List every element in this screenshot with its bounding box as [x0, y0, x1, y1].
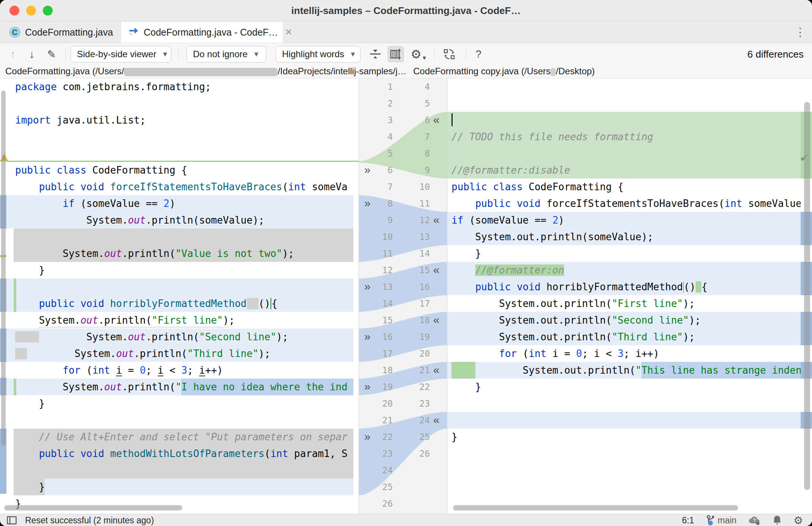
code-text: System.out.println("Value is not two"); [6, 245, 353, 262]
left-line-number: 11 [359, 245, 393, 262]
synchronize-scrolling-toggle[interactable] [387, 46, 404, 63]
redacted-username [550, 68, 556, 76]
highlight-mode-select[interactable]: Highlight words ▼ [276, 46, 361, 63]
code-line: System.out.println("This line has strang… [447, 362, 801, 379]
code-line: System.out.println("Second line"); [447, 312, 801, 329]
left-line-number: 12 [359, 262, 393, 279]
code-text: // Use Alt+Enter and select "Put paramet… [6, 429, 353, 445]
left-file-path: CodeFormatting.java (/Users//IdeaProject… [5, 65, 407, 78]
apply-change-left-icon[interactable]: « [430, 362, 443, 379]
code-line: if (someValue == 2) [6, 195, 353, 212]
code-line: public class CodeFormatting { [6, 162, 353, 178]
apply-change-right-icon[interactable]: » [361, 429, 374, 445]
code-text: public class CodeFormatting { [447, 178, 801, 195]
code-line: System.out.println("Third line"); [6, 345, 353, 362]
right-line-number: 19 [397, 329, 430, 345]
tab-diff-codeformatting[interactable]: CodeFormatting.java - CodeF… ✕ [121, 22, 284, 43]
code-line [447, 395, 801, 412]
apply-change-left-icon[interactable]: « [430, 412, 443, 429]
differences-count: 6 differences [748, 43, 804, 65]
viewer-mode-select[interactable]: Side-by-side viewer ▼ [71, 46, 171, 63]
code-text: package com.jetbrains.formatting; [6, 78, 353, 95]
close-tab-icon[interactable]: ✕ [285, 27, 292, 38]
left-line-number: 10 [359, 229, 393, 245]
code-line: } [447, 429, 801, 445]
code-text: // TODO this file needs formatting [447, 128, 801, 145]
diff-toolbar: ↑ ↓ ✎ Side-by-side viewer ▼ Do not ignor… [0, 43, 812, 65]
right-line-number: 13 [397, 229, 430, 245]
left-line-number: 20 [359, 395, 393, 412]
apply-change-left-icon[interactable]: « [430, 312, 443, 329]
redacted-username [124, 68, 277, 76]
code-line: System.out.println(someValue); [447, 229, 801, 245]
code-text: public void horriblyFormattedMethod (){ [6, 295, 353, 312]
word-diff-highlight [14, 279, 16, 295]
apply-change-left-icon[interactable]: « [430, 212, 443, 229]
java-class-icon: C [9, 27, 20, 38]
edit-pencil-icon[interactable]: ✎ [44, 43, 59, 65]
code-line [6, 279, 353, 295]
diff-settings-gear-icon[interactable]: ⚙▼ [410, 43, 428, 65]
apply-change-right-icon[interactable]: » [361, 329, 374, 345]
viewer-mode-value: Side-by-side viewer [77, 49, 156, 59]
cloud-help-icon[interactable]: ? [748, 515, 761, 525]
tab-options-kebab-icon[interactable]: ⋮ [795, 25, 806, 39]
left-line-number: 3 [359, 112, 393, 128]
code-line [6, 229, 353, 245]
apply-change-right-icon[interactable]: » [361, 195, 374, 212]
tab-codeformatting-java[interactable]: C CodeFormatting.java ✕ [2, 22, 120, 43]
code-text: System.out.println("First line"); [6, 312, 353, 329]
right-line-number: 7 [397, 128, 430, 145]
code-line: for (int i = 0; i < 3; i++) [6, 362, 353, 379]
apply-change-left-icon[interactable]: « [430, 112, 443, 128]
ide-window: intellij-samples – CodeFormatting.java -… [0, 0, 812, 526]
code-line: public void horriblyFormattedMethod (){ [6, 295, 353, 312]
right-vertical-scrollbar[interactable] [804, 102, 810, 490]
swap-sides-icon[interactable] [440, 43, 458, 65]
code-text: } [6, 479, 353, 495]
right-line-number: 16 [397, 279, 430, 295]
left-vertical-scrollbar[interactable] [1, 91, 6, 446]
help-icon[interactable]: ? [470, 43, 487, 65]
code-line: System.out.println("Second line"); [6, 329, 353, 345]
tool-window-layout-icon[interactable] [7, 516, 17, 524]
code-line: } [6, 262, 353, 279]
collapse-unchanged-icon[interactable] [367, 43, 384, 65]
code-line [447, 412, 801, 429]
right-line-number: 10 [397, 178, 430, 195]
right-editor-pane[interactable]: // TODO this file needs formatting//@for… [447, 78, 801, 514]
code-line: //@formatter:on [447, 262, 801, 279]
code-line [6, 462, 353, 479]
code-text: //@formatter:on [447, 262, 801, 279]
left-line-number: 23 [359, 445, 393, 462]
left-editor-pane[interactable]: package com.jetbrains.formatting;import … [0, 78, 359, 514]
code-line: for (int i = 0; i < 3; i++) [447, 345, 801, 362]
next-difference-icon[interactable]: ↓ [24, 43, 39, 65]
code-line: System.out.println(someValue); [6, 212, 353, 229]
notifications-bell-icon[interactable] [772, 515, 782, 526]
right-line-number: 21 [397, 362, 430, 379]
code-text: for (int i = 0; i < 3; i++) [6, 362, 353, 379]
whitespace-ignore-select[interactable]: Do not ignore ▼ [187, 46, 266, 63]
previous-difference-icon[interactable]: ↑ [5, 43, 20, 65]
apply-change-left-icon[interactable]: « [430, 262, 443, 279]
left-horizontal-scrollbar[interactable] [4, 505, 182, 510]
chevron-down-icon: ▼ [161, 50, 168, 58]
left-line-number: 25 [359, 479, 393, 495]
code-text: System.out.println("First line"); [447, 295, 801, 312]
right-line-number: 9 [397, 162, 430, 178]
caret-position[interactable]: 6:1 [682, 515, 694, 526]
apply-change-right-icon[interactable]: » [361, 379, 374, 395]
settings-gear-icon[interactable]: ⚙ [793, 514, 803, 526]
code-text: } [6, 395, 353, 412]
code-line: //@formatter:disable [447, 162, 801, 178]
chevron-down-icon: ▼ [350, 50, 356, 58]
code-line [6, 128, 353, 145]
apply-change-right-icon[interactable]: » [361, 279, 374, 295]
git-branch-widget[interactable]: main [705, 515, 737, 526]
code-text: System.out.println("This line has strang… [447, 362, 801, 379]
code-line [447, 112, 801, 128]
right-horizontal-scrollbar[interactable] [453, 505, 738, 510]
apply-change-right-icon[interactable]: » [361, 162, 374, 178]
left-line-number: 15 [359, 312, 393, 329]
